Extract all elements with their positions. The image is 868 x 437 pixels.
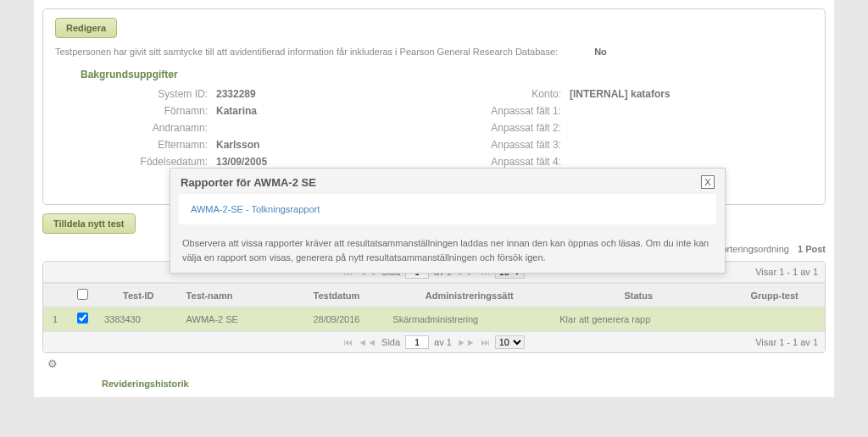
edit-button[interactable]: Redigera (55, 18, 117, 38)
field-label: Förnamn: (106, 105, 208, 117)
field-label: Konto: (459, 88, 561, 100)
pager-per-page-select[interactable]: 10 (495, 335, 525, 349)
field-label: Efternamn: (106, 139, 208, 151)
select-all-checkbox[interactable] (77, 289, 88, 300)
col-status[interactable]: Status (553, 284, 724, 307)
pager-page-label: Sida (381, 337, 400, 347)
pager-prev-icon[interactable]: ◄◄ (358, 337, 376, 347)
pager-page-input[interactable] (405, 335, 429, 349)
row-checkbox[interactable] (77, 313, 88, 324)
field-value: 13/09/2005 (216, 156, 267, 168)
post-count: 1 Post (798, 244, 826, 254)
revision-history-link[interactable]: Revideringshistorik (102, 379, 826, 389)
pager-display-range: Visar 1 - 1 av 1 (755, 267, 818, 277)
field-label: Anpassat fält 4: (459, 156, 561, 168)
field-label: Andranamn: (106, 122, 208, 134)
consent-text: Testpersonen har givit sitt samtycke til… (55, 47, 813, 57)
modal-note: Observera att vissa rapporter kräver att… (170, 224, 725, 273)
gear-icon[interactable]: ⚙ (46, 357, 59, 370)
table-header-row: Test-ID Test-namn Testdatum Administreri… (43, 284, 825, 307)
row-admin: Skärmadministrering (386, 307, 553, 331)
reports-modal: Rapporter för AWMA-2 SE X AWMA-2-SE - To… (170, 168, 726, 274)
report-link[interactable]: AWMA-2-SE - Tolkningsrapport (191, 204, 320, 214)
pager-bottom: ⏮ ◄◄ Sida av 1 ►► ⏭ 10 Visar 1 - 1 av 1 (43, 331, 825, 352)
modal-title: Rapporter för AWMA-2 SE (181, 176, 316, 189)
col-checkbox (67, 284, 97, 307)
field-value: Katarina (216, 105, 257, 117)
tests-table: ⏮ ◄◄ Sida av 1 ►► ⏭ 10 Visar 1 - 1 av 1 … (42, 261, 826, 353)
table-row[interactable]: 1 3383430 AWMA-2 SE 28/09/2016 Skärmadmi… (43, 307, 825, 331)
field-label: Anpassat fält 2: (459, 122, 561, 134)
field-label: System ID: (106, 88, 208, 100)
pager-last-icon[interactable]: ⏭ (481, 337, 490, 347)
col-num (43, 284, 67, 307)
pager-first-icon[interactable]: ⏮ (343, 337, 353, 347)
col-admin[interactable]: Administreringssätt (386, 284, 553, 307)
row-test-name: AWMA-2 SE (180, 307, 287, 331)
field-value: 2332289 (216, 88, 256, 100)
field-label: Anpassat fält 3: (459, 139, 561, 151)
row-group (724, 307, 825, 331)
background-section-title: Bakgrundsuppgifter (81, 69, 813, 80)
close-icon[interactable]: X (701, 175, 715, 189)
pager-next-icon[interactable]: ►► (457, 337, 476, 347)
row-num: 1 (43, 307, 67, 331)
row-test-date: 28/09/2016 (287, 307, 387, 331)
consent-value: No (594, 47, 607, 57)
field-label: Anpassat fält 1: (459, 105, 561, 117)
pager-display-range: Visar 1 - 1 av 1 (755, 337, 818, 347)
assign-test-button[interactable]: Tilldela nytt test (42, 213, 136, 234)
row-checkbox-cell (67, 307, 97, 331)
row-status: Klar att generera rapp (553, 307, 724, 331)
col-test-date[interactable]: Testdatum (287, 284, 387, 307)
col-group[interactable]: Grupp-test (724, 284, 825, 307)
field-label: Födelsedatum: (106, 156, 208, 168)
field-value: [INTERNAL] katafors (570, 88, 670, 100)
field-value: Karlsson (216, 139, 259, 151)
pager-of-label: av 1 (434, 337, 452, 347)
col-test-name[interactable]: Test-namn (180, 284, 287, 307)
consent-label: Testpersonen har givit sitt samtycke til… (55, 47, 558, 57)
row-test-id: 3383430 (97, 307, 180, 331)
col-test-id[interactable]: Test-ID (97, 284, 180, 307)
